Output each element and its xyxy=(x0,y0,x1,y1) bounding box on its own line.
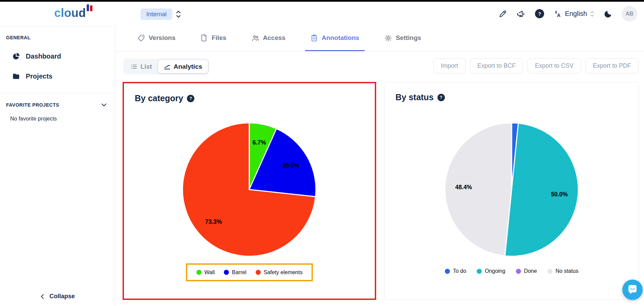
tab-access[interactable]: Access xyxy=(246,26,291,51)
pie-slice[interactable] xyxy=(505,123,578,256)
language-label: English xyxy=(565,10,587,18)
toggle-list-button[interactable]: List xyxy=(125,60,158,73)
tab-label: Access xyxy=(263,34,286,42)
view-toggle: List Analytics xyxy=(123,59,209,74)
top-bar: cloud Internal ? ẋ A Eng xyxy=(0,2,644,26)
legend-label: Barrel xyxy=(232,269,246,276)
chevron-down-icon xyxy=(101,102,107,108)
by-status-title: By status xyxy=(395,92,434,102)
tab-label: Versions xyxy=(149,34,175,42)
legend-item[interactable]: Barrel xyxy=(224,269,246,276)
tab-settings[interactable]: Settings xyxy=(379,26,427,51)
by-status-card: By status ? 50.0%48.4% To doOngoingDoneN… xyxy=(384,82,639,300)
folder-icon xyxy=(12,72,20,80)
export-actions: Import Export to BCF Export to CSV Expor… xyxy=(433,58,639,73)
translate-icon: ẋ A xyxy=(553,9,562,18)
annotations-controls: List Analytics Import Export to BCF Expo… xyxy=(115,58,644,75)
chat-bubble-icon xyxy=(627,284,638,296)
svg-text:A: A xyxy=(557,13,560,18)
legend-item[interactable]: Safety elements xyxy=(256,269,303,276)
file-icon xyxy=(200,34,208,42)
legend-item[interactable]: Ongoing xyxy=(477,268,506,274)
legend-label: Ongoing xyxy=(485,268,506,274)
sidebar-section-general: GENERAL xyxy=(6,35,109,40)
tab-annotations[interactable]: Annotations xyxy=(305,26,365,51)
legend-dot xyxy=(445,269,450,274)
favorites-empty-text: No favorite projects xyxy=(10,116,115,122)
sidebar: GENERAL Dashboard Projects FAVORITE PROJ… xyxy=(0,26,115,306)
sidebar-item-projects[interactable]: Projects xyxy=(12,72,115,80)
tab-label: Annotations xyxy=(322,34,359,42)
logo-text: cloud xyxy=(54,7,86,19)
chat-launcher-button[interactable] xyxy=(622,280,643,300)
legend-item[interactable]: To do xyxy=(445,268,466,274)
sidebar-item-label: Dashboard xyxy=(26,52,61,60)
megaphone-icon[interactable] xyxy=(516,9,526,19)
pie-percentage-label: 6.7% xyxy=(253,139,266,146)
pie-percentage-label: 50.0% xyxy=(551,191,568,198)
legend-dot xyxy=(196,270,201,275)
legend-dot xyxy=(256,270,261,275)
help-icon[interactable]: ? xyxy=(187,95,194,102)
analytics-icon xyxy=(164,63,171,70)
pie-percentage-label: 20.0% xyxy=(282,162,299,169)
gear-icon xyxy=(384,34,392,42)
app-logo[interactable]: cloud xyxy=(54,7,92,19)
legend-label: No status xyxy=(556,268,579,274)
legend-label: Safety elements xyxy=(264,269,303,276)
export-bcf-button[interactable]: Export to BCF xyxy=(470,58,523,73)
pie-percentage-label: 73.3% xyxy=(205,218,222,225)
tab-label: Settings xyxy=(396,34,421,42)
sidebar-section-favorites[interactable]: FAVORITE PROJECTS xyxy=(6,102,107,108)
collapse-label: Collapse xyxy=(49,293,75,300)
legend-label: Wall xyxy=(205,269,215,276)
moon-icon[interactable] xyxy=(604,9,613,18)
tab-files[interactable]: Files xyxy=(195,26,232,51)
toggle-analytics-button[interactable]: Analytics xyxy=(158,60,208,73)
list-icon xyxy=(131,63,137,70)
chevron-updown-icon xyxy=(590,10,595,18)
legend-item[interactable]: Wall xyxy=(196,269,215,276)
toggle-analytics-label: Analytics xyxy=(174,63,202,70)
sidebar-divider xyxy=(0,93,115,93)
tab-versions[interactable]: Versions xyxy=(132,26,181,51)
legend-dot xyxy=(224,270,229,275)
pencil-icon[interactable] xyxy=(498,9,507,18)
help-icon[interactable]: ? xyxy=(535,9,544,18)
avatar[interactable]: AB xyxy=(622,6,637,22)
legend-dot xyxy=(516,269,521,274)
legend-label: To do xyxy=(453,268,466,274)
by-status-pie-chart[interactable]: 50.0%48.4% xyxy=(441,118,583,261)
tag-icon xyxy=(137,34,145,42)
sidebar-item-dashboard[interactable]: Dashboard xyxy=(12,52,115,60)
sidebar-item-label: Projects xyxy=(26,72,52,80)
people-icon xyxy=(252,34,259,42)
by-category-title: By category xyxy=(135,93,183,103)
by-category-pie-chart[interactable]: 6.7%20.0%73.3% xyxy=(178,118,320,261)
project-tabbar: Versions Files Access Annotations Settin… xyxy=(115,26,644,51)
toggle-list-label: List xyxy=(141,63,152,70)
pie-percentage-label: 48.4% xyxy=(455,184,472,191)
legend-item[interactable]: Done xyxy=(516,268,537,274)
by-status-legend: To doOngoingDoneNo status xyxy=(445,266,578,277)
favorites-label: FAVORITE PROJECTS xyxy=(6,102,59,108)
by-category-card: By category ? 6.7%20.0%73.3% WallBarrelS… xyxy=(123,82,376,300)
import-button[interactable]: Import xyxy=(433,58,466,73)
tab-label: Files xyxy=(212,34,226,42)
clipboard-icon xyxy=(310,34,318,42)
header-actions: ? ẋ A English AB xyxy=(498,2,637,26)
french-flag-icon xyxy=(87,4,92,11)
workspace-badge[interactable]: Internal xyxy=(141,8,172,20)
language-selector[interactable]: ẋ A English xyxy=(553,9,595,18)
legend-label: Done xyxy=(524,268,537,274)
collapse-sidebar-button[interactable]: Collapse xyxy=(0,293,115,300)
legend-item[interactable]: No status xyxy=(548,268,579,274)
legend-dot xyxy=(477,269,482,274)
help-icon[interactable]: ? xyxy=(437,94,445,101)
export-csv-button[interactable]: Export to CSV xyxy=(528,58,581,73)
chevron-left-icon xyxy=(40,294,45,299)
by-category-legend: WallBarrelSafety elements xyxy=(186,263,313,281)
workspace-switcher-chevron-icon[interactable] xyxy=(175,10,181,19)
export-pdf-button[interactable]: Export to PDF xyxy=(585,58,639,73)
pie-chart-icon xyxy=(12,52,20,60)
